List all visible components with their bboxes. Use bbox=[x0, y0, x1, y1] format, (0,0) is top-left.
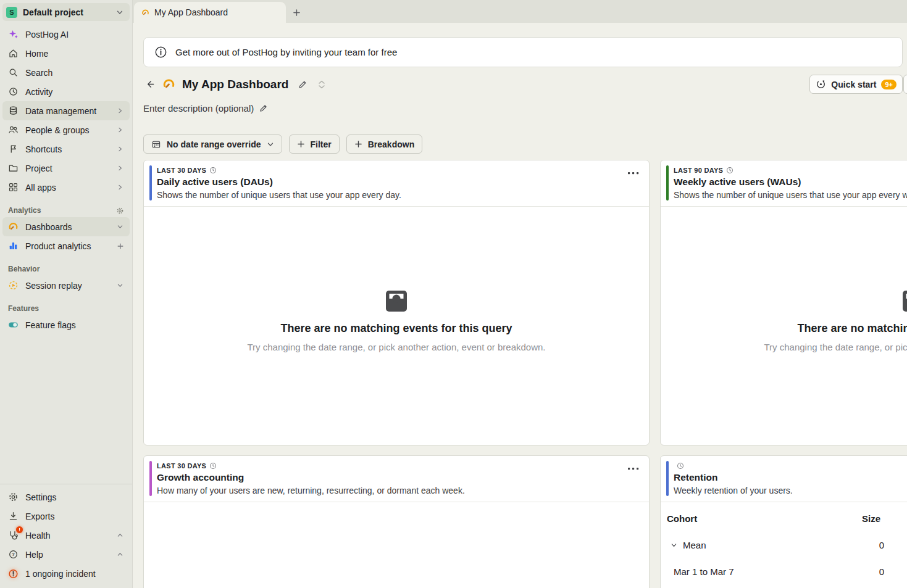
clock-icon bbox=[8, 86, 19, 97]
invite-banner[interactable]: Get more out of PostHog by inviting your… bbox=[143, 37, 903, 67]
people-icon bbox=[8, 125, 19, 135]
folder-icon bbox=[8, 163, 19, 173]
alert-circle-icon bbox=[8, 568, 19, 579]
sidebar-item-product-analytics[interactable]: Product analytics bbox=[2, 236, 130, 255]
gauge-icon bbox=[141, 9, 149, 17]
sidebar-item-label: Search bbox=[25, 68, 124, 78]
sidebar-item-search[interactable]: Search bbox=[2, 63, 130, 82]
chevron-up-icon bbox=[116, 550, 124, 558]
insight-card-dau[interactable]: LAST 30 DAYS Daily active users (DAUs) S… bbox=[143, 160, 650, 445]
chevron-right-icon bbox=[116, 164, 124, 172]
back-button[interactable] bbox=[143, 78, 157, 91]
insight-description: How many of your users are new, returnin… bbox=[157, 486, 624, 495]
chevron-down-icon[interactable] bbox=[671, 542, 677, 549]
date-range-button[interactable]: No date range override bbox=[143, 135, 282, 154]
clock-icon bbox=[209, 167, 217, 174]
sidebar-bottom: Settings Exports ! Health bbox=[0, 484, 132, 588]
dashboard-grid: LAST 30 DAYS Daily active users (DAUs) S… bbox=[143, 160, 907, 588]
tab-label: My App Dashboard bbox=[154, 7, 228, 17]
sidebar-item-label: Settings bbox=[25, 492, 124, 502]
sidebar-item-label: 1 ongoing incident bbox=[25, 569, 124, 579]
clipped-button[interactable] bbox=[903, 75, 907, 94]
sidebar-item-data-management[interactable]: Data management bbox=[2, 101, 130, 120]
filter-toolbar: No date range override Filter Breakdown bbox=[143, 135, 422, 154]
sidebar-item-dashboards[interactable]: Dashboards bbox=[2, 217, 130, 236]
project-avatar: S bbox=[6, 7, 17, 18]
sidebar-item-feature-flags[interactable]: Feature flags bbox=[2, 315, 130, 334]
page-header: My App Dashboard bbox=[143, 75, 328, 94]
health-alert-badge: ! bbox=[16, 526, 23, 533]
empty-state-subtitle: Try changing the date range, or pick ano… bbox=[764, 342, 907, 352]
project-switcher[interactable]: S Default project bbox=[2, 3, 130, 21]
quick-start-button[interactable]: Quick start 9+ bbox=[809, 75, 903, 94]
sparkle-icon bbox=[8, 29, 19, 39]
calendar-icon bbox=[151, 139, 161, 149]
add-breakdown-button[interactable]: Breakdown bbox=[346, 135, 422, 154]
insight-title[interactable]: Retention bbox=[674, 472, 907, 483]
retention-row-mean[interactable]: Mean 0 bbox=[661, 532, 907, 558]
edit-title-pencil-icon[interactable] bbox=[296, 78, 309, 91]
sidebar-item-label: Data management bbox=[25, 106, 109, 116]
sidebar-item-label: Exports bbox=[25, 511, 124, 521]
sidebar-item-label: PostHog AI bbox=[25, 30, 124, 39]
flag-icon bbox=[8, 144, 19, 154]
page-title: My App Dashboard bbox=[182, 78, 288, 91]
section-analytics: Analytics bbox=[2, 204, 130, 217]
play-circle-icon bbox=[8, 280, 19, 291]
sidebar-item-exports[interactable]: Exports bbox=[2, 507, 130, 526]
cohort-label: Mean bbox=[683, 540, 706, 550]
plus-icon bbox=[297, 140, 305, 148]
main-area: My App Dashboard Get more out of PostHog… bbox=[133, 0, 907, 588]
plus-icon[interactable] bbox=[116, 242, 124, 250]
banner-message: Get more out of PostHog by inviting your… bbox=[175, 47, 397, 57]
section-label: Features bbox=[8, 304, 124, 313]
insight-title[interactable]: Daily active users (DAUs) bbox=[157, 176, 624, 188]
insight-title[interactable]: Growth accounting bbox=[157, 472, 624, 483]
insight-card-wau[interactable]: LAST 90 DAYS Weekly active users (WAUs) … bbox=[660, 160, 907, 445]
insight-card-retention[interactable]: Retention Weekly retention of your users… bbox=[660, 455, 907, 588]
new-tab-button[interactable] bbox=[286, 2, 307, 23]
sidebar-item-incident[interactable]: 1 ongoing incident bbox=[2, 564, 130, 583]
more-menu-button[interactable] bbox=[626, 168, 641, 178]
sidebar-item-shortcuts[interactable]: Shortcuts bbox=[2, 139, 130, 159]
bar-chart-icon bbox=[8, 241, 19, 251]
chevron-down-icon bbox=[267, 141, 274, 148]
insight-description: Shows the number of unique users that us… bbox=[157, 190, 624, 200]
insight-title[interactable]: Weekly active users (WAUs) bbox=[674, 176, 907, 188]
empty-state: There are no matching events for this qu… bbox=[144, 207, 649, 352]
insight-description: Weekly retention of your users. bbox=[674, 486, 907, 495]
sidebar-item-session-replay[interactable]: Session replay bbox=[2, 276, 130, 295]
tab-my-app-dashboard[interactable]: My App Dashboard bbox=[134, 2, 286, 23]
sidebar-item-label: Project bbox=[25, 164, 109, 173]
cohort-column-header: Cohort bbox=[667, 513, 842, 524]
sidebar-item-people-groups[interactable]: People & groups bbox=[2, 120, 130, 139]
info-icon bbox=[154, 46, 167, 59]
add-filter-button[interactable]: Filter bbox=[289, 135, 340, 154]
more-menu-button[interactable] bbox=[626, 463, 641, 473]
sidebar-item-home[interactable]: Home bbox=[2, 44, 130, 63]
sidebar-item-activity[interactable]: Activity bbox=[2, 82, 130, 101]
clock-icon bbox=[726, 167, 734, 174]
gear-icon bbox=[8, 492, 19, 502]
sidebar-item-posthog-ai[interactable]: PostHog AI bbox=[2, 25, 130, 44]
sidebar-item-all-apps[interactable]: All apps bbox=[2, 178, 130, 197]
description-placeholder[interactable]: Enter description (optional) bbox=[143, 103, 268, 114]
sidebar-item-label: People & groups bbox=[25, 125, 109, 135]
chevron-right-icon bbox=[116, 145, 124, 153]
tab-bar: My App Dashboard bbox=[133, 0, 907, 23]
retention-row-mar1[interactable]: Mar 1 to Mar 7 0 bbox=[661, 558, 907, 585]
sidebar-item-settings[interactable]: Settings bbox=[2, 487, 130, 507]
insight-card-growth-accounting[interactable]: LAST 30 DAYS Growth accounting How many … bbox=[143, 455, 650, 588]
cohort-size: 0 bbox=[846, 566, 884, 577]
sidebar-item-help[interactable]: ? Help bbox=[2, 545, 130, 564]
sidebar-item-project[interactable]: Project bbox=[2, 159, 130, 178]
sidebar-item-health[interactable]: ! Health bbox=[2, 526, 130, 545]
toggle-icon bbox=[8, 320, 19, 330]
empty-state: There are no matching events for this qu… bbox=[661, 207, 907, 352]
search-icon bbox=[8, 67, 19, 78]
card-header: LAST 30 DAYS Growth accounting How many … bbox=[144, 456, 649, 502]
clock-icon bbox=[209, 462, 217, 470]
breakdown-label: Breakdown bbox=[368, 139, 414, 149]
unfold-icon[interactable] bbox=[315, 78, 328, 91]
gear-icon[interactable] bbox=[116, 207, 124, 215]
